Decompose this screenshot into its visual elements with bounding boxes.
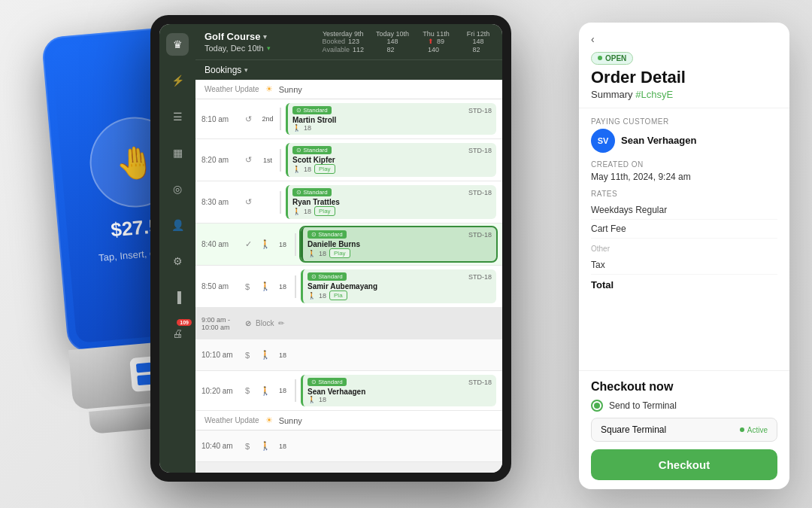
time-850: 8:50 am xyxy=(201,282,241,291)
booking-bottom-830: 🚶 18 Play xyxy=(292,206,492,216)
sidebar-icon-gear[interactable]: ⚙ xyxy=(166,250,189,272)
player-icon-810: 🚶 xyxy=(292,124,301,132)
sidebar-icon-list[interactable]: ☰ xyxy=(166,105,189,128)
booking-card-840[interactable]: ⊙ Standard STD-18 Danielle Burns 🚶 18 Pl… xyxy=(301,227,496,261)
booking-code-820: STD-18 xyxy=(468,147,492,154)
back-button[interactable]: ‹ xyxy=(591,33,777,45)
walk-icon-1020: 🚶 xyxy=(260,386,271,396)
round-820: 1st xyxy=(260,157,275,164)
day-yesterday[interactable]: Yesterday 9th Booked 123 Available 112 xyxy=(323,30,364,53)
fri-avail: 82 xyxy=(472,46,483,53)
sidebar-icon-crown[interactable]: ♛ xyxy=(166,33,189,56)
dollar-icon-1020: $ xyxy=(245,386,256,395)
player-count-820: 18 xyxy=(304,166,311,173)
sidebar-icon-trophy[interactable]: ◎ xyxy=(166,178,189,200)
weather-label-1: Weather Update xyxy=(205,85,259,93)
booking-top-850: ⊙ Standard STD-18 xyxy=(308,272,492,281)
weather-condition-2: Sunny xyxy=(279,416,302,425)
day-fri[interactable]: Fri 12th 148 82 xyxy=(463,30,493,53)
today-booked: 148 xyxy=(386,38,398,45)
sidebar-icon-lightning[interactable]: ⚡ xyxy=(166,69,189,92)
day-today[interactable]: Today 10th 148 82 xyxy=(376,30,409,53)
day-yesterday-label: Yesterday 9th xyxy=(323,30,364,38)
tablet-device: ♛ ⚡ ☰ ▦ ◎ 👤 ⚙ ▐ 🖨 109 Gol xyxy=(150,15,541,497)
time-slot-830[interactable]: 8:30 am ↺ ⊙ Standard STD-18 Ryan Trattle… xyxy=(195,181,502,224)
day-fri-label: Fri 12th xyxy=(467,30,490,38)
booking-top-820: ⊙ Standard STD-18 xyxy=(292,146,492,154)
play-badge-830: Play xyxy=(314,206,335,216)
total-row: Total xyxy=(591,275,777,295)
divider-810 xyxy=(280,108,281,130)
booking-card-850[interactable]: ⊙ Standard STD-18 Samir Aubemayang 🚶 18 … xyxy=(301,269,496,303)
play-badge-840: Play xyxy=(329,248,350,258)
send-to-terminal[interactable]: Send to Terminal xyxy=(591,400,777,412)
time-slot-1040[interactable]: 10:40 am $ 🚶 18 xyxy=(195,430,502,462)
terminal-status: Active xyxy=(740,426,768,434)
booking-card-820[interactable]: ⊙ Standard STD-18 Scott Kipfer 🚶 18 Play xyxy=(286,143,496,177)
radio-selected xyxy=(594,403,600,409)
player-count-810: 18 xyxy=(304,124,311,132)
today-booked-count: 148 xyxy=(386,38,398,45)
booking-type-820: ⊙ Standard xyxy=(292,146,332,154)
radio-button[interactable] xyxy=(591,400,603,412)
time-slot-850[interactable]: 8:50 am $ 🚶 18 ⊙ Standard STD-18 Samir A… xyxy=(195,266,502,308)
schedule-content: Weather Update ☀ Sunny 8:10 am ↺ 2nd ⊙ S… xyxy=(195,80,502,473)
order-summary-line: Summary #LchsyE xyxy=(591,89,777,100)
created-on-label: Created on xyxy=(591,160,777,169)
time-slot-1020[interactable]: 10:20 am $ 🚶 18 ⊙ Standard STD-18 Sean V… xyxy=(195,371,502,411)
status-label: Active xyxy=(747,426,768,434)
booking-type-850: ⊙ Standard xyxy=(308,272,347,281)
time-slot-810[interactable]: 8:10 am ↺ 2nd ⊙ Standard STD-18 Martin S… xyxy=(195,99,502,139)
header-left: Golf Course ▾ Today, Dec 10th ▾ xyxy=(205,31,271,53)
time-1010: 10:10 am xyxy=(201,351,241,359)
walk-icon-840: 🚶 xyxy=(260,239,271,249)
checkout-button[interactable]: Checkout xyxy=(591,449,777,480)
bookings-label[interactable]: Bookings ▾ xyxy=(205,65,248,75)
paying-customer-label: Paying Customer xyxy=(591,117,777,126)
player-icon-830: 🚶 xyxy=(292,208,301,215)
booking-card-810[interactable]: ⊙ Standard STD-18 Martin Stroll 🚶 18 xyxy=(286,103,496,135)
tablet-screen: ♛ ⚡ ☰ ▦ ◎ 👤 ⚙ ▐ 🖨 109 Gol xyxy=(159,24,502,473)
venue-selector[interactable]: Golf Course ▾ xyxy=(205,31,271,42)
rates-section: Weekdays Regular Cart Fee xyxy=(591,201,777,239)
sidebar-icon-person[interactable]: 👤 xyxy=(166,214,189,236)
day-thu-stats: ⬆ 89 140 xyxy=(428,38,444,53)
checkout-title: Checkout now xyxy=(591,380,777,394)
time-slot-820[interactable]: 8:20 am ↺ 1st ⊙ Standard STD-18 Scott Ki… xyxy=(195,139,502,181)
time-slot-block[interactable]: 9:00 am - 10:00 am ⊘ Block ✏ xyxy=(195,308,502,339)
bookings-bar: Bookings ▾ xyxy=(195,59,502,80)
walk-icon-1040: 🚶 xyxy=(260,441,271,451)
time-830: 8:30 am xyxy=(201,198,241,206)
booked-count: 123 xyxy=(348,38,359,45)
tablet-body: ♛ ⚡ ☰ ▦ ◎ 👤 ⚙ ▐ 🖨 109 Gol xyxy=(150,15,511,482)
sidebar-icon-calendar[interactable]: ▦ xyxy=(166,141,189,164)
day-thu[interactable]: Thu 11th ⬆ 89 140 xyxy=(421,30,451,53)
booking-top-810: ⊙ Standard STD-18 xyxy=(292,106,492,114)
sidebar-icon-print[interactable]: 🖨 109 xyxy=(166,322,189,345)
num-1040: 18 xyxy=(275,443,290,450)
checkout-section: Checkout now Send to Terminal Square Ter… xyxy=(579,370,789,489)
booking-name-1020: Sean Verhaagen xyxy=(308,388,492,396)
fri-booked-count: 148 xyxy=(472,38,483,45)
booking-card-830[interactable]: ⊙ Standard STD-18 Ryan Trattles 🚶 18 Pla… xyxy=(286,185,496,219)
yesterday-booked: Booked 123 xyxy=(323,38,364,45)
booking-bottom-820: 🚶 18 Play xyxy=(292,164,492,174)
today-avail-count: 82 xyxy=(386,46,394,53)
summary-hash: #LchsyE xyxy=(635,89,673,100)
date-selector[interactable]: Today, Dec 10th ▾ xyxy=(205,44,271,53)
tax-label: Tax xyxy=(591,260,605,270)
booking-card-1020[interactable]: ⊙ Standard STD-18 Sean Verhaagen 🚶 18 xyxy=(301,375,496,406)
terminal-selector[interactable]: Square Terminal Active xyxy=(591,418,777,442)
day-today-stats: 148 82 xyxy=(386,38,398,53)
sun-icon: ☀ xyxy=(265,84,273,94)
time-slot-1010[interactable]: 10:10 am $ 🚶 18 xyxy=(195,339,502,371)
weekdays-label: Weekdays Regular xyxy=(591,205,667,215)
booking-name-820: Scott Kipfer xyxy=(292,156,492,164)
divider-850 xyxy=(295,275,296,298)
play-badge-820: Play xyxy=(314,164,335,174)
time-slot-840[interactable]: 8:40 am ✓ 🚶 18 ⊙ Standard STD-18 Daniell… xyxy=(195,224,502,266)
player-icon-840: 🚶 xyxy=(308,250,316,257)
booking-type-840: ⊙ Standard xyxy=(308,230,347,239)
sidebar-icon-chart[interactable]: ▐ xyxy=(166,286,189,309)
cart-fee-label: Cart Fee xyxy=(591,224,626,234)
